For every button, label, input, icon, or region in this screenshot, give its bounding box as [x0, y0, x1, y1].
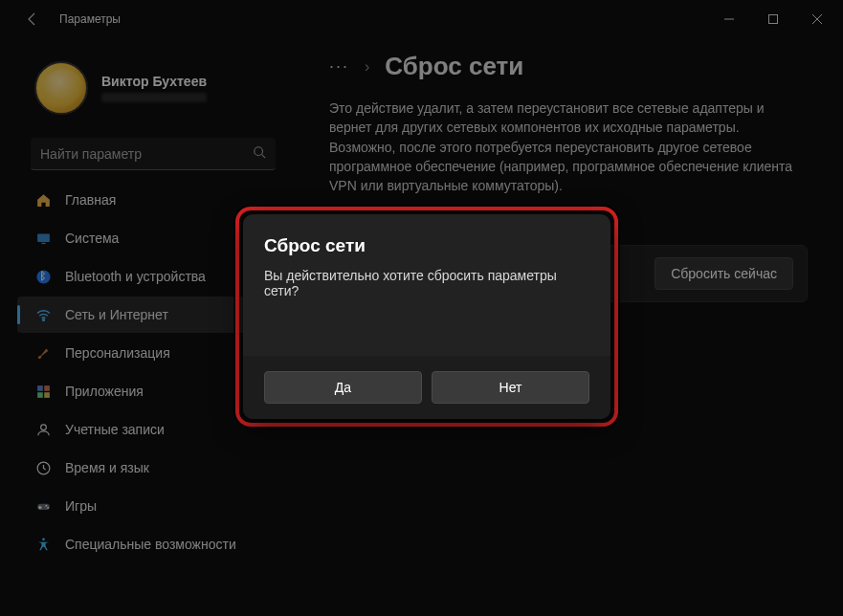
svg-rect-6 — [37, 233, 50, 242]
search-icon — [253, 145, 266, 162]
sidebar-item-label: Учетные записи — [65, 422, 165, 437]
dialog-title: Сброс сети — [264, 235, 589, 256]
svg-point-21 — [42, 538, 45, 540]
settings-window: Параметры Виктор Бухтеев ГлавнаяСис — [0, 0, 843, 616]
svg-point-17 — [45, 504, 47, 506]
svg-rect-12 — [37, 392, 43, 398]
sidebar-item-accessibility[interactable]: Специальные возможности — [17, 526, 277, 562]
profile-email-blurred — [101, 93, 207, 102]
sidebar-item-label: Bluetooth и устройства — [65, 269, 206, 284]
games-icon — [34, 497, 52, 515]
chevron-right-icon: › — [365, 58, 369, 76]
svg-rect-7 — [41, 242, 45, 243]
svg-rect-11 — [44, 385, 50, 391]
svg-point-18 — [47, 506, 49, 508]
profile-name: Виктор Бухтеев — [101, 74, 207, 89]
window-title: Параметры — [59, 12, 121, 26]
window-controls — [707, 4, 839, 34]
sidebar-item-label: Главная — [65, 192, 116, 208]
sidebar-item-label: Специальные возможности — [65, 537, 236, 552]
sidebar-item-time[interactable]: Время и язык — [17, 450, 277, 486]
profile-block[interactable]: Виктор Бухтеев — [8, 46, 287, 134]
dialog-yes-button[interactable]: Да — [264, 371, 422, 404]
dialog-no-button[interactable]: Нет — [432, 371, 589, 404]
close-button[interactable] — [795, 4, 839, 34]
dialog-message: Вы действительно хотите сбросить парамет… — [264, 268, 589, 298]
titlebar: Параметры — [0, 0, 843, 38]
sidebar-item-games[interactable]: Игры — [17, 488, 277, 524]
time-icon — [34, 459, 52, 476]
back-button[interactable] — [15, 2, 50, 36]
sidebar-item-label: Персонализация — [65, 345, 170, 361]
dialog-buttons: Да Нет — [243, 356, 610, 419]
svg-point-9 — [42, 319, 44, 320]
sidebar-item-label: Система — [65, 231, 119, 246]
svg-point-14 — [40, 424, 46, 429]
avatar — [34, 61, 88, 115]
svg-rect-16 — [37, 503, 50, 509]
dialog-highlight: Сброс сети Вы действительно хотите сброс… — [235, 207, 618, 427]
svg-rect-10 — [37, 385, 43, 391]
minimize-button[interactable] — [707, 4, 751, 34]
apps-icon — [34, 383, 52, 400]
svg-point-4 — [255, 147, 263, 156]
accessibility-icon — [34, 536, 52, 553]
system-icon — [34, 230, 52, 247]
brush-icon — [34, 344, 52, 362]
svg-line-5 — [262, 155, 266, 159]
breadcrumb: ··· › Сброс сети — [329, 52, 824, 81]
sidebar-item-label: Время и язык — [65, 460, 149, 475]
confirm-dialog: Сброс сети Вы действительно хотите сброс… — [243, 214, 610, 419]
svg-rect-13 — [44, 392, 50, 398]
profile-text: Виктор Бухтеев — [101, 74, 207, 102]
sidebar-item-label: Игры — [65, 498, 97, 514]
page-title: Сброс сети — [385, 52, 523, 81]
reset-now-button[interactable]: Сбросить сейчас — [654, 257, 793, 290]
maximize-button[interactable] — [751, 4, 795, 34]
account-icon — [34, 421, 52, 438]
wifi-icon — [34, 306, 52, 323]
svg-rect-1 — [769, 15, 778, 24]
sidebar-item-label: Приложения — [65, 384, 144, 399]
search-input[interactable] — [40, 146, 253, 162]
svg-rect-20 — [38, 506, 42, 507]
bluetooth-icon — [34, 268, 52, 285]
sidebar-item-label: Сеть и Интернет — [65, 307, 168, 322]
search-box[interactable] — [31, 138, 276, 170]
page-description: Это действие удалит, а затем переустанов… — [329, 99, 808, 195]
home-icon — [34, 191, 52, 209]
breadcrumb-more[interactable]: ··· — [329, 56, 349, 77]
